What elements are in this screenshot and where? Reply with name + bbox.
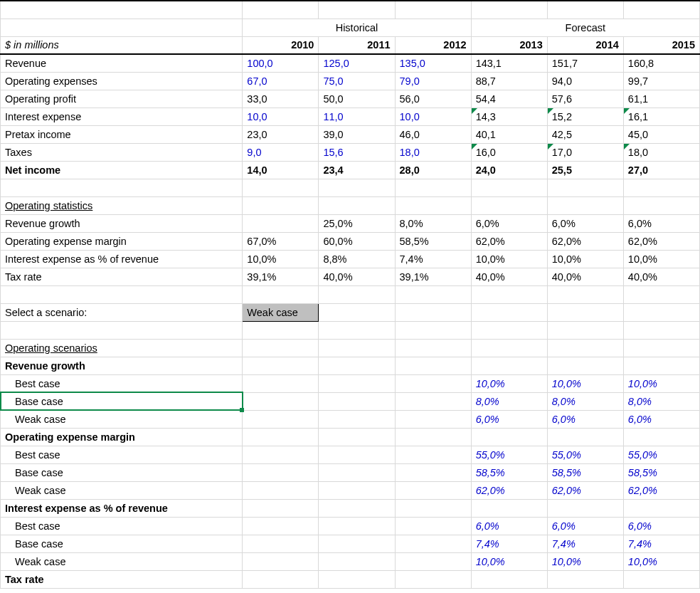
cell[interactable]: 18,0 xyxy=(395,143,471,161)
cell[interactable]: 6,0% xyxy=(623,517,699,535)
cell[interactable]: 10,0 xyxy=(395,107,471,125)
cell[interactable]: 10,0% xyxy=(547,552,623,570)
cell[interactable]: 7,4% xyxy=(471,535,547,552)
row-intpct[interactable]: Interest expense as % of revenue 10,0% 8… xyxy=(1,250,700,268)
row-intexp[interactable]: Interest expense 10,0 11,0 10,0 14,3 15,… xyxy=(1,107,700,125)
cell[interactable]: 94,0 xyxy=(547,72,623,90)
row-scen-intpct-base[interactable]: Base case 7,4% 7,4% 7,4% xyxy=(1,535,700,552)
cell[interactable]: 10,0% xyxy=(243,250,319,268)
cell[interactable]: 79,0 xyxy=(395,72,471,90)
cell[interactable]: 10,0% xyxy=(623,374,699,392)
cell[interactable]: 7,4% xyxy=(547,535,623,552)
cell[interactable]: 62,0% xyxy=(547,232,623,250)
cell[interactable]: 75,0 xyxy=(319,72,395,90)
cell[interactable] xyxy=(243,214,319,232)
cell[interactable]: 8,8% xyxy=(319,250,395,268)
cell[interactable]: 160,8 xyxy=(623,54,699,72)
row-scen-intpct-best[interactable]: Best case 6,0% 6,0% 6,0% xyxy=(1,517,700,535)
cell[interactable]: 10,0% xyxy=(471,552,547,570)
cell[interactable]: 33,0 xyxy=(243,90,319,107)
cell[interactable]: 40,0% xyxy=(623,268,699,285)
cell[interactable]: 25,0% xyxy=(319,214,395,232)
row-scen-opexmargin-best[interactable]: Best case 55,0% 55,0% 55,0% xyxy=(1,446,700,463)
row-taxes[interactable]: Taxes 9,0 15,6 18,0 16,0 17,0 18,0 xyxy=(1,143,700,161)
cell[interactable]: 10,0% xyxy=(547,374,623,392)
row-scen-revgrowth-base[interactable]: Base case 8,0% 8,0% 8,0% xyxy=(1,392,700,410)
cell[interactable]: 25,5 xyxy=(547,161,623,179)
scenario-selector[interactable]: Weak case xyxy=(243,303,319,321)
cell[interactable]: 58,5% xyxy=(547,463,623,481)
cell[interactable]: 6,0% xyxy=(547,410,623,428)
cell[interactable]: 11,0 xyxy=(319,107,395,125)
cell[interactable]: 16,0 xyxy=(471,143,547,161)
cell[interactable]: 6,0% xyxy=(471,410,547,428)
row-revgrowth[interactable]: Revenue growth 25,0% 8,0% 6,0% 6,0% 6,0% xyxy=(1,214,700,232)
spreadsheet-grid[interactable]: Historical Forecast $ in millions 2010 2… xyxy=(0,0,700,589)
row-pretax[interactable]: Pretax income 23,0 39,0 46,0 40,1 42,5 4… xyxy=(1,125,700,143)
cell[interactable]: 62,0% xyxy=(471,481,547,499)
cell[interactable]: 8,0% xyxy=(395,214,471,232)
cell[interactable]: 50,0 xyxy=(319,90,395,107)
cell[interactable]: 45,0 xyxy=(623,125,699,143)
cell[interactable]: 62,0% xyxy=(547,481,623,499)
cell[interactable]: 14,3 xyxy=(471,107,547,125)
cell[interactable]: 54,4 xyxy=(471,90,547,107)
cell[interactable]: 55,0% xyxy=(547,446,623,463)
cell[interactable]: 18,0 xyxy=(623,143,699,161)
cell[interactable]: 10,0% xyxy=(623,250,699,268)
cell[interactable]: 14,0 xyxy=(243,161,319,179)
cell[interactable]: 6,0% xyxy=(623,214,699,232)
cell[interactable]: 8,0% xyxy=(547,392,623,410)
cell[interactable]: 57,6 xyxy=(547,90,623,107)
cell[interactable]: 151,7 xyxy=(547,54,623,72)
cell[interactable]: 6,0% xyxy=(547,214,623,232)
row-scen-opexmargin-weak[interactable]: Weak case 62,0% 62,0% 62,0% xyxy=(1,481,700,499)
cell[interactable]: 39,0 xyxy=(319,125,395,143)
row-scen-revgrowth-best[interactable]: Best case 10,0% 10,0% 10,0% xyxy=(1,374,700,392)
cell[interactable]: 39,1% xyxy=(395,268,471,285)
row-netinc[interactable]: Net income 14,0 23,4 28,0 24,0 25,5 27,0 xyxy=(1,161,700,179)
cell[interactable]: 100,0 xyxy=(243,54,319,72)
cell[interactable]: 23,4 xyxy=(319,161,395,179)
cell[interactable]: 15,2 xyxy=(547,107,623,125)
cell[interactable]: 15,6 xyxy=(319,143,395,161)
cell[interactable]: 17,0 xyxy=(547,143,623,161)
row-select-scenario[interactable]: Select a scenario: Weak case xyxy=(1,303,700,321)
row-scen-intpct-weak[interactable]: Weak case 10,0% 10,0% 10,0% xyxy=(1,552,700,570)
cell[interactable]: 58,5% xyxy=(395,232,471,250)
cell[interactable]: 8,0% xyxy=(471,392,547,410)
cell[interactable]: 99,7 xyxy=(623,72,699,90)
cell[interactable]: 67,0% xyxy=(243,232,319,250)
cell[interactable]: 6,0% xyxy=(471,517,547,535)
cell[interactable]: 6,0% xyxy=(623,410,699,428)
row-opexmargin[interactable]: Operating expense margin 67,0% 60,0% 58,… xyxy=(1,232,700,250)
cell[interactable]: 60,0% xyxy=(319,232,395,250)
cell[interactable]: 10,0 xyxy=(243,107,319,125)
cell[interactable]: 62,0% xyxy=(471,232,547,250)
cell[interactable]: 58,5% xyxy=(623,463,699,481)
active-cell[interactable]: Base case xyxy=(1,392,243,410)
row-opprofit[interactable]: Operating profit 33,0 50,0 56,0 54,4 57,… xyxy=(1,90,700,107)
cell[interactable]: 62,0% xyxy=(623,481,699,499)
cell[interactable]: 6,0% xyxy=(471,214,547,232)
cell[interactable]: 6,0% xyxy=(547,517,623,535)
cell[interactable]: 40,0% xyxy=(471,268,547,285)
cell[interactable]: 24,0 xyxy=(471,161,547,179)
row-scen-opexmargin-base[interactable]: Base case 58,5% 58,5% 58,5% xyxy=(1,463,700,481)
cell[interactable]: 10,0% xyxy=(471,250,547,268)
cell[interactable]: 55,0% xyxy=(623,446,699,463)
cell[interactable]: 40,0% xyxy=(319,268,395,285)
cell[interactable]: 56,0 xyxy=(395,90,471,107)
cell[interactable]: 143,1 xyxy=(471,54,547,72)
row-opex[interactable]: Operating expenses 67,0 75,0 79,0 88,7 9… xyxy=(1,72,700,90)
cell[interactable]: 8,0% xyxy=(623,392,699,410)
cell[interactable]: 135,0 xyxy=(395,54,471,72)
row-revenue[interactable]: Revenue 100,0 125,0 135,0 143,1 151,7 16… xyxy=(1,54,700,72)
cell[interactable]: 61,1 xyxy=(623,90,699,107)
cell[interactable]: 40,0% xyxy=(547,268,623,285)
cell[interactable]: 55,0% xyxy=(471,446,547,463)
cell[interactable]: 88,7 xyxy=(471,72,547,90)
cell[interactable]: 42,5 xyxy=(547,125,623,143)
cell[interactable]: 16,1 xyxy=(623,107,699,125)
cell[interactable]: 9,0 xyxy=(243,143,319,161)
